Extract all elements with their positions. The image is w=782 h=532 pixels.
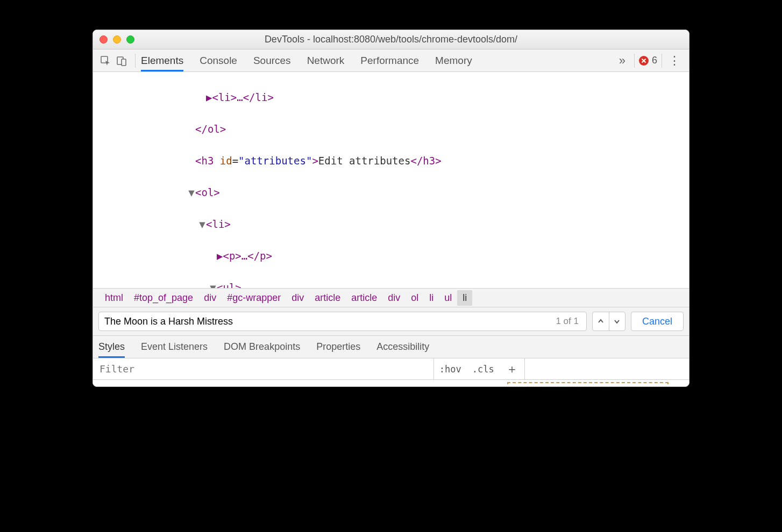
crumb-gc-wrapper[interactable]: #gc-wrapper — [222, 290, 286, 306]
find-input[interactable] — [104, 316, 551, 327]
crumb-div[interactable]: div — [286, 290, 309, 306]
more-tabs-icon[interactable]: » — [616, 54, 629, 68]
error-count: 6 — [652, 55, 657, 66]
crumb-div[interactable]: div — [382, 290, 406, 306]
crumb-ol[interactable]: ol — [406, 290, 424, 306]
crumb-html[interactable]: html — [99, 290, 129, 306]
toolbar-separator — [662, 54, 662, 68]
find-result-count: 1 of 1 — [551, 316, 583, 327]
dom-node[interactable]: ▶<li>…</li> — [206, 91, 274, 103]
find-input-wrapper: 1 of 1 — [98, 312, 587, 331]
subtab-accessibility[interactable]: Accessibility — [376, 336, 429, 358]
error-count-badge[interactable]: 6 — [637, 55, 659, 66]
tab-network[interactable]: Network — [307, 49, 345, 71]
expand-arrow-icon[interactable]: ▼ — [198, 217, 206, 232]
crumb-ul[interactable]: ul — [439, 290, 457, 306]
tab-memory[interactable]: Memory — [435, 49, 472, 71]
error-icon — [639, 56, 649, 66]
find-step-buttons — [592, 312, 625, 331]
dom-node[interactable]: ▶<p>…</p> — [217, 250, 272, 262]
crumb-article[interactable]: article — [309, 290, 346, 306]
dom-tree[interactable]: ▶<li>…</li> </ol> <h3 id="attributes">Ed… — [93, 72, 689, 288]
window-traffic-lights — [99, 35, 134, 44]
subtab-event-listeners[interactable]: Event Listeners — [141, 336, 208, 358]
styles-filter-input[interactable] — [93, 358, 434, 379]
expand-arrow-icon[interactable]: ▼ — [209, 280, 217, 288]
tab-elements[interactable]: Elements — [141, 49, 183, 71]
find-prev-button[interactable] — [593, 312, 609, 330]
dom-node[interactable]: </ol> — [195, 123, 226, 135]
find-cancel-button[interactable]: Cancel — [631, 312, 684, 331]
subtab-styles[interactable]: Styles — [98, 336, 125, 358]
titlebar: DevTools - localhost:8080/web/tools/chro… — [93, 30, 689, 49]
minimize-window-button[interactable] — [113, 35, 121, 44]
device-toolbar-icon[interactable] — [113, 53, 130, 69]
inspect-element-icon[interactable] — [97, 53, 113, 69]
window-title: DevTools - localhost:8080/web/tools/chro… — [93, 34, 689, 45]
find-bar: 1 of 1 Cancel — [93, 307, 689, 336]
svg-rect-2 — [122, 59, 126, 66]
crumb-div[interactable]: div — [198, 290, 222, 306]
subtab-properties[interactable]: Properties — [316, 336, 360, 358]
main-toolbar: Elements Console Sources Network Perform… — [93, 49, 689, 72]
settings-kebab-icon[interactable]: ⋮ — [664, 55, 685, 67]
crumb-li-selected[interactable]: li — [457, 290, 472, 306]
toolbar-separator — [135, 54, 136, 68]
panel-tabs: Elements Console Sources Network Perform… — [141, 49, 472, 71]
tab-sources[interactable]: Sources — [253, 49, 291, 71]
toggle-hov-button[interactable]: :hov — [434, 358, 467, 379]
crumb-li[interactable]: li — [424, 290, 439, 306]
subtab-dom-breakpoints[interactable]: DOM Breakpoints — [224, 336, 300, 358]
styles-panel-tabs: Styles Event Listeners DOM Breakpoints P… — [93, 336, 689, 358]
styles-filter-toolbar: :hov .cls ＋ — [93, 358, 689, 380]
new-style-rule-button[interactable]: ＋ — [500, 358, 525, 379]
dom-node[interactable]: <h3 — [195, 155, 220, 167]
toolbar-separator — [634, 54, 635, 68]
dom-node[interactable]: <ul> — [217, 282, 241, 288]
tab-performance[interactable]: Performance — [360, 49, 419, 71]
tab-console[interactable]: Console — [200, 49, 237, 71]
dom-node[interactable]: <li> — [206, 218, 231, 230]
zoom-window-button[interactable] — [126, 35, 134, 44]
dom-breadcrumbs: html #top_of_page div #gc-wrapper div ar… — [93, 288, 689, 307]
dom-node[interactable]: <ol> — [195, 186, 220, 198]
close-window-button[interactable] — [99, 35, 108, 44]
crumb-article[interactable]: article — [346, 290, 382, 306]
crumb-top-of-page[interactable]: #top_of_page — [129, 290, 198, 306]
find-next-button[interactable] — [609, 312, 625, 330]
box-model-margin-outline — [507, 382, 669, 384]
computed-sidebar — [525, 358, 689, 379]
expand-arrow-icon[interactable]: ▼ — [188, 185, 195, 200]
devtools-window: DevTools - localhost:8080/web/tools/chro… — [93, 30, 689, 387]
toggle-cls-button[interactable]: .cls — [467, 358, 500, 379]
styles-content-area — [93, 380, 689, 386]
